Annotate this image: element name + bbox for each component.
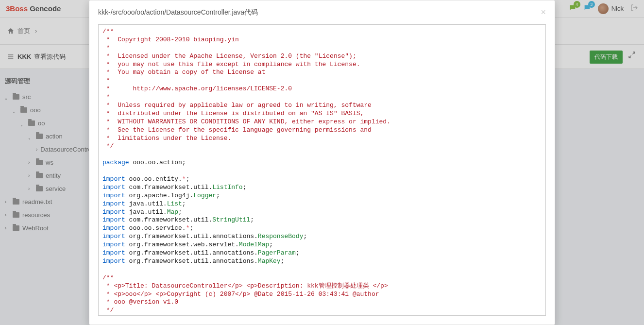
modal-title: kkk-/src/ooo/oo/action/DatasourceControl… bbox=[98, 8, 258, 17]
code-viewer[interactable]: /** * Copyright 2008-2010 biaoping.yin *… bbox=[98, 24, 546, 316]
modal-body: /** * Copyright 2008-2010 biaoping.yin *… bbox=[89, 24, 555, 325]
close-button[interactable]: × bbox=[541, 7, 546, 17]
code-modal: kkk-/src/ooo/oo/action/DatasourceControl… bbox=[89, 0, 555, 325]
modal-overlay[interactable]: kkk-/src/ooo/oo/action/DatasourceControl… bbox=[0, 0, 644, 325]
modal-header: kkk-/src/ooo/oo/action/DatasourceControl… bbox=[89, 0, 555, 24]
